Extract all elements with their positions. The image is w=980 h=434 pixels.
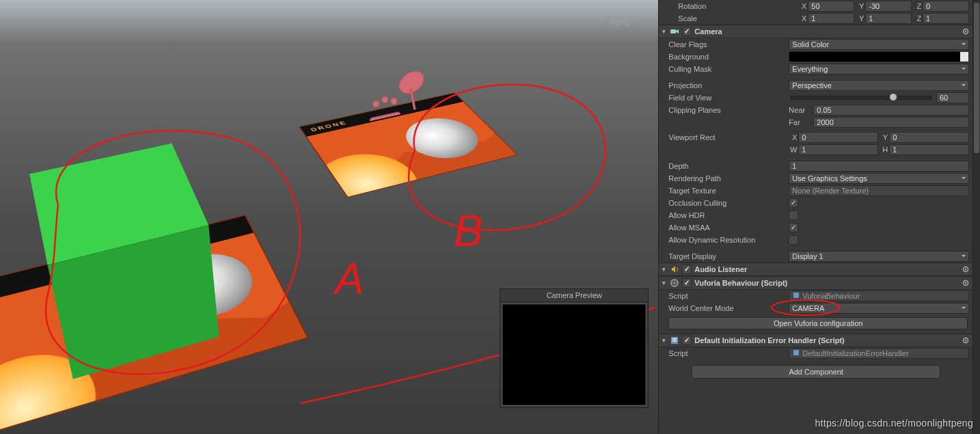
fov-slider[interactable] bbox=[790, 96, 932, 100]
camera-component-header[interactable]: ▾ ✓ Camera bbox=[659, 25, 973, 38]
vuforia-enable-checkbox[interactable]: ✓ bbox=[682, 278, 692, 288]
svg-point-8 bbox=[372, 100, 380, 108]
rendering-path-label: Rendering Path bbox=[668, 174, 786, 182]
occlusion-checkbox[interactable]: ✓ bbox=[789, 198, 798, 208]
error-handler-script-label: Script bbox=[668, 349, 786, 357]
rotation-label: Rotation bbox=[668, 2, 795, 10]
viewport-x-field[interactable]: 0 bbox=[798, 132, 878, 143]
script-component-icon bbox=[670, 336, 679, 345]
scale-z-field[interactable]: 1 bbox=[923, 13, 969, 24]
viewport-w-field[interactable]: 1 bbox=[798, 144, 878, 155]
fov-label: Field of View bbox=[668, 94, 786, 102]
target-texture-label: Target Texture bbox=[668, 187, 786, 195]
camera-enable-checkbox[interactable]: ✓ bbox=[682, 27, 692, 36]
depth-label: Depth bbox=[668, 162, 786, 170]
svg-point-16 bbox=[965, 269, 966, 270]
vuforia-script-field[interactable]: VuforiaBehaviour bbox=[789, 290, 969, 301]
error-handler-enable-checkbox[interactable]: ✓ bbox=[682, 336, 692, 345]
svg-rect-23 bbox=[672, 338, 677, 340]
svg-rect-12 bbox=[670, 29, 676, 33]
projection-label: Projection bbox=[668, 81, 786, 90]
rotation-y-field[interactable]: -30 bbox=[865, 1, 912, 12]
camera-title: Camera bbox=[694, 27, 722, 36]
culling-mask-label: Culling Mask bbox=[668, 65, 786, 73]
vuforia-script-label: Script bbox=[668, 292, 786, 300]
inspector-panel: Rotation X50 Y-30 Z0 Scale X1 Y1 Z1 ▾ bbox=[658, 0, 980, 434]
scale-x-field[interactable]: 1 bbox=[808, 13, 854, 24]
target-display-dropdown[interactable]: Display 1 bbox=[789, 251, 969, 262]
svg-rect-20 bbox=[793, 293, 799, 298]
far-label: Far bbox=[789, 118, 811, 126]
transform-scale-row: Scale X1 Y1 Z1 bbox=[659, 12, 973, 25]
viewport-label: Viewport Rect bbox=[668, 133, 786, 141]
scale-label: Scale bbox=[668, 14, 795, 23]
viewport-h-field[interactable]: 1 bbox=[889, 144, 969, 155]
svg-point-14 bbox=[965, 31, 966, 32]
scrollbar-thumb[interactable] bbox=[974, 3, 979, 153]
audio-enable-checkbox[interactable]: ✓ bbox=[682, 265, 692, 274]
audio-icon bbox=[670, 265, 679, 274]
camera-preview-title: Camera Preview bbox=[500, 289, 648, 302]
watermark-text: https://blog.csdn.net/moonlightpeng bbox=[815, 418, 973, 429]
gear-icon[interactable] bbox=[961, 265, 970, 274]
projection-dropdown[interactable]: Perspective bbox=[789, 80, 969, 91]
allow-dyn-checkbox[interactable] bbox=[789, 235, 798, 245]
scale-y-field[interactable]: 1 bbox=[865, 13, 912, 24]
error-handler-header[interactable]: ▾ ✓ Default Initialization Error Handler… bbox=[659, 334, 973, 347]
target-texture-field[interactable]: None (Render Texture) bbox=[789, 185, 969, 196]
open-vuforia-config-button[interactable]: Open Vuforia configuration bbox=[668, 317, 968, 329]
script-icon bbox=[792, 291, 800, 299]
audio-listener-header[interactable]: ▾ ✓ Audio Listener bbox=[659, 262, 973, 276]
svg-point-10 bbox=[390, 97, 398, 105]
far-field[interactable]: 2000 bbox=[813, 117, 969, 128]
vuforia-behaviour-header[interactable]: ▾ ✓ Vuforia Behaviour (Script) bbox=[659, 276, 973, 290]
inspector-scrollbar[interactable] bbox=[972, 0, 980, 434]
fold-icon[interactable]: ▾ bbox=[660, 28, 667, 35]
clear-flags-label: Clear Flags bbox=[668, 40, 786, 49]
allow-msaa-checkbox[interactable]: ✓ bbox=[789, 223, 798, 232]
viewport-y-field[interactable]: 0 bbox=[889, 132, 969, 143]
rotation-x-field[interactable]: 50 bbox=[808, 1, 854, 12]
camera-icon bbox=[670, 27, 679, 36]
occlusion-label: Occlusion Culling bbox=[668, 199, 786, 207]
world-center-label: World Center Mode bbox=[668, 304, 786, 312]
transform-rotation-row: Rotation X50 Y-30 Z0 bbox=[659, 0, 973, 12]
culling-mask-dropdown[interactable]: Everything bbox=[789, 64, 969, 74]
error-handler-script-field[interactable]: DefaultInitializationErrorHandler bbox=[789, 348, 969, 359]
near-field[interactable]: 0.05 bbox=[813, 105, 969, 116]
fold-icon[interactable]: ▾ bbox=[660, 266, 667, 273]
vuforia-title: Vuforia Behaviour (Script) bbox=[694, 279, 787, 287]
clipping-label: Clipping Planes bbox=[668, 106, 786, 114]
camera-preview-content bbox=[502, 303, 646, 406]
add-component-button[interactable]: Add Component bbox=[692, 365, 940, 379]
allow-hdr-label: Allow HDR bbox=[668, 211, 786, 219]
rendering-path-dropdown[interactable]: Use Graphics Settings bbox=[789, 173, 969, 184]
gear-icon[interactable] bbox=[961, 278, 970, 288]
svg-rect-24 bbox=[672, 340, 677, 342]
background-label: Background bbox=[668, 53, 786, 61]
script-icon bbox=[792, 349, 800, 357]
fov-value-field[interactable]: 60 bbox=[936, 92, 969, 103]
allow-msaa-label: Allow MSAA bbox=[668, 223, 786, 232]
scene-view[interactable]: Persp A bbox=[0, 0, 658, 434]
target-display-label: Target Display bbox=[668, 252, 786, 260]
svg-point-19 bbox=[965, 282, 966, 284]
svg-point-9 bbox=[381, 96, 389, 104]
gear-icon[interactable] bbox=[961, 27, 970, 36]
world-center-mode-dropdown[interactable]: CAMERA bbox=[789, 303, 969, 314]
rotation-z-field[interactable]: 0 bbox=[923, 1, 969, 12]
camera-preview-panel: Camera Preview bbox=[500, 288, 649, 408]
fold-icon[interactable]: ▾ bbox=[660, 337, 667, 344]
fold-icon[interactable]: ▾ bbox=[660, 280, 667, 286]
vuforia-icon bbox=[670, 278, 679, 288]
clear-flags-dropdown[interactable]: Solid Color bbox=[789, 39, 969, 50]
near-label: Near bbox=[789, 106, 811, 114]
background-color-field[interactable] bbox=[789, 51, 969, 62]
audio-listener-title: Audio Listener bbox=[694, 265, 747, 273]
svg-point-26 bbox=[965, 340, 966, 341]
allow-hdr-checkbox[interactable] bbox=[789, 211, 798, 220]
gear-icon[interactable] bbox=[961, 336, 970, 345]
depth-field[interactable]: 1 bbox=[789, 161, 969, 172]
allow-dyn-label: Allow Dynamic Resolution bbox=[668, 236, 786, 244]
error-handler-title: Default Initialization Error Handler (Sc… bbox=[694, 336, 844, 344]
